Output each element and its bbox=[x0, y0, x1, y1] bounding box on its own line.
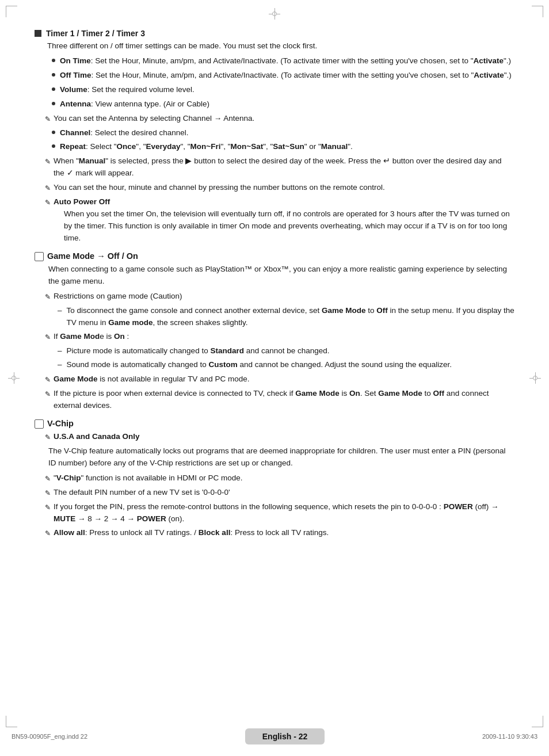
note-antenna: ✎ You can set the Antenna by selecting C… bbox=[45, 113, 514, 125]
note-game-tv: ✎ Game Mode is not available in regular … bbox=[45, 373, 514, 385]
crosshair-top bbox=[269, 8, 280, 20]
note-usa-canada-text: U.S.A and Canada Only bbox=[54, 431, 140, 443]
note-vchip-4: ✎ Allow all: Press to unlock all TV rati… bbox=[45, 527, 514, 539]
game-mode-title: Game Mode → Off / On bbox=[47, 251, 138, 261]
game-sub-1: – To disconnect the game console and con… bbox=[58, 305, 514, 329]
bullet-volume: Volume: Set the required volume level. bbox=[52, 84, 514, 96]
bullet-off-time: Off Time: Set the Hour, Minute, am/pm, a… bbox=[52, 70, 514, 82]
note-icon: ✎ bbox=[45, 114, 51, 125]
bullet-dot bbox=[52, 87, 55, 91]
game-sub-2: – Picture mode is automatically changed … bbox=[58, 345, 514, 371]
corner-mark-br bbox=[532, 716, 543, 727]
note-game-picture-text: If the picture is poor when external dev… bbox=[54, 388, 514, 412]
note-game-picture: ✎ If the picture is poor when external d… bbox=[45, 388, 514, 412]
bullet-on-time: On Time: Set the Hour, Minute, am/pm, an… bbox=[52, 55, 514, 67]
note-icon: ✎ bbox=[45, 292, 51, 303]
footer-file-info: BN59-00905F_eng.indd 22 bbox=[12, 733, 87, 740]
corner-mark-tr bbox=[532, 6, 543, 17]
vchip-title: V-Chip bbox=[47, 419, 74, 428]
game-sub-text-2a: Picture mode is automatically changed to… bbox=[67, 345, 330, 357]
note-vchip-4-text: Allow all: Press to unlock all TV rating… bbox=[54, 527, 329, 539]
page: Timer 1 / Timer 2 / Timer 3 Three differ… bbox=[0, 0, 549, 756]
vchip-intro: The V-Chip feature automatically locks o… bbox=[48, 445, 514, 469]
bullet-repeat-text: Repeat: Select "Once", "Everyday", "Mon~… bbox=[60, 141, 353, 153]
note-vchip-3: ✎ If you forget the PIN, press the remot… bbox=[45, 501, 514, 525]
note-vchip-2: ✎ The default PIN number of a new TV set… bbox=[45, 487, 514, 499]
note-manual-text: When "Manual" is selected, press the ▶ b… bbox=[54, 155, 514, 180]
note-game-caution-text: Restrictions on game mode (Caution) bbox=[54, 291, 182, 303]
note-usa-canada: ✎ U.S.A and Canada Only bbox=[45, 431, 514, 443]
bullet-antenna-text: Antenna: View antenna type. (Air or Cabl… bbox=[60, 98, 209, 110]
footer: BN59-00905F_eng.indd 22 English - 22 200… bbox=[0, 728, 549, 744]
bullet-dot bbox=[52, 131, 55, 134]
game-sub-item-2b: – Sound mode is automatically changed to… bbox=[58, 359, 514, 371]
note-antenna-text: You can set the Antenna by selecting Cha… bbox=[54, 113, 254, 125]
note-vchip-1: ✎ "V-Chip" function is not available in … bbox=[45, 472, 514, 484]
game-mode-section: Game Mode → Off / On When connecting to … bbox=[35, 251, 514, 412]
note-icon: ✎ bbox=[45, 502, 51, 513]
game-sub-item-2a: – Picture mode is automatically changed … bbox=[58, 345, 514, 357]
vchip-title-row: V-Chip bbox=[35, 419, 514, 429]
bullet-dot bbox=[52, 144, 55, 148]
note-icon: ✎ bbox=[45, 156, 51, 167]
timer-title: Timer 1 / Timer 2 / Timer 3 bbox=[46, 29, 145, 38]
vchip-section: V-Chip ✎ U.S.A and Canada Only The V-Chi… bbox=[35, 419, 514, 539]
square-icon bbox=[35, 30, 41, 37]
corner-mark-bl bbox=[6, 716, 17, 727]
game-sub-text-1: To disconnect the game console and conne… bbox=[67, 305, 514, 329]
note-vchip-1-text: "V-Chip" function is not available in HD… bbox=[54, 472, 242, 484]
note-game-caution: ✎ Restrictions on game mode (Caution) bbox=[45, 291, 514, 303]
note-icon: ✎ bbox=[45, 528, 51, 539]
checkbox-icon bbox=[35, 252, 44, 261]
note-vchip-2-text: The default PIN number of a new TV set i… bbox=[54, 487, 230, 499]
bullet-list-2: Channel: Select the desired channel. Rep… bbox=[52, 127, 514, 154]
note-number-text: You can set the hour, minute and channel… bbox=[54, 182, 385, 194]
game-sub-text-2b: Sound mode is automatically changed to C… bbox=[67, 359, 452, 371]
note-icon: ✎ bbox=[45, 375, 51, 385]
note-number-buttons: ✎ You can set the hour, minute and chann… bbox=[45, 182, 514, 194]
bullet-dot bbox=[52, 102, 55, 105]
bullet-antenna: Antenna: View antenna type. (Air or Cabl… bbox=[52, 98, 514, 110]
footer-timestamp: 2009-11-10 9:30:43 bbox=[482, 733, 537, 740]
dash-icon: – bbox=[58, 359, 62, 371]
bullet-dot bbox=[52, 73, 55, 77]
dash-icon: – bbox=[58, 345, 62, 357]
bullet-list-1: On Time: Set the Hour, Minute, am/pm, an… bbox=[52, 55, 514, 110]
bullet-on-time-text: On Time: Set the Hour, Minute, am/pm, an… bbox=[60, 55, 511, 67]
note-icon: ✎ bbox=[45, 474, 51, 484]
note-icon: ✎ bbox=[45, 389, 51, 400]
bullet-channel-text: Channel: Select the desired channel. bbox=[60, 127, 189, 139]
note-icon: ✎ bbox=[45, 197, 51, 208]
crosshair-right bbox=[529, 372, 541, 384]
corner-mark-tl bbox=[6, 6, 17, 17]
note-game-on-text: If Game Mode is On : bbox=[54, 331, 129, 343]
note-icon: ✎ bbox=[45, 488, 51, 499]
timer-section: Timer 1 / Timer 2 / Timer 3 Three differ… bbox=[35, 29, 514, 245]
footer-page-label: English - 22 bbox=[245, 728, 325, 744]
bullet-dot bbox=[52, 59, 55, 62]
note-manual: ✎ When "Manual" is selected, press the ▶… bbox=[45, 155, 514, 180]
timer-intro: Three different on / off timer settings … bbox=[47, 40, 514, 52]
note-auto-power: ✎ Auto Power Off When you set the timer … bbox=[45, 196, 514, 245]
game-mode-intro: When connecting to a game console such a… bbox=[48, 264, 514, 288]
timer-title-row: Timer 1 / Timer 2 / Timer 3 bbox=[35, 29, 514, 38]
bullet-volume-text: Volume: Set the required volume level. bbox=[60, 84, 195, 96]
bullet-off-time-text: Off Time: Set the Hour, Minute, am/pm, a… bbox=[60, 70, 512, 82]
crosshair-left bbox=[8, 372, 20, 384]
bullet-channel: Channel: Select the desired channel. bbox=[52, 127, 514, 139]
auto-power-text: Auto Power Off When you set the timer On… bbox=[54, 196, 514, 245]
note-game-tv-text: Game Mode is not available in regular TV… bbox=[54, 373, 249, 385]
dash-icon: – bbox=[58, 305, 62, 317]
bullet-repeat: Repeat: Select "Once", "Everyday", "Mon~… bbox=[52, 141, 514, 153]
note-game-on: ✎ If Game Mode is On : bbox=[45, 331, 514, 343]
game-mode-title-row: Game Mode → Off / On bbox=[35, 251, 514, 261]
note-vchip-3-text: If you forget the PIN, press the remote-… bbox=[54, 501, 514, 525]
note-icon: ✎ bbox=[45, 183, 51, 194]
game-sub-item-1: – To disconnect the game console and con… bbox=[58, 305, 514, 329]
note-icon: ✎ bbox=[45, 432, 51, 443]
note-icon: ✎ bbox=[45, 332, 51, 343]
checkbox-icon bbox=[35, 419, 44, 429]
content-area: Timer 1 / Timer 2 / Timer 3 Three differ… bbox=[35, 23, 514, 539]
